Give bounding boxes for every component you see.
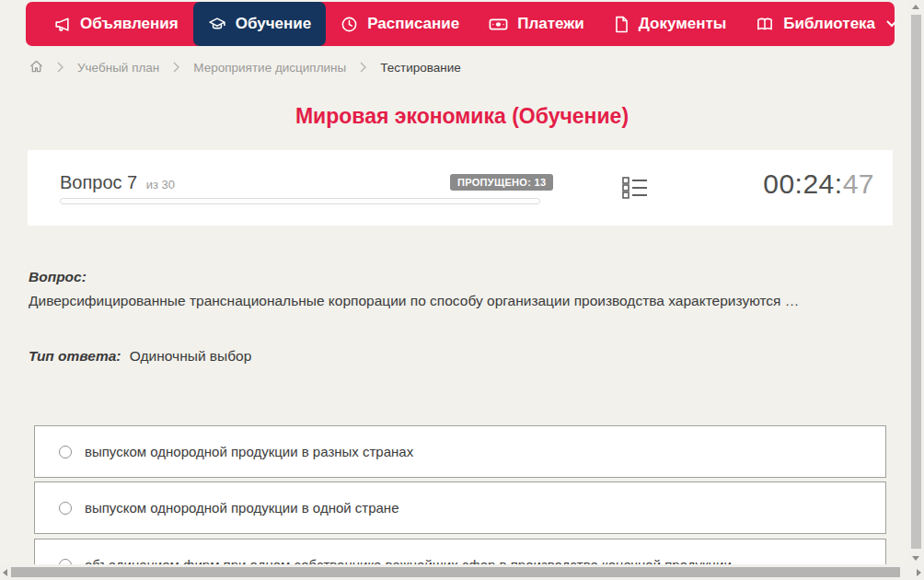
document-icon <box>614 16 629 33</box>
question-number: Вопрос 7 из 30 <box>60 172 175 193</box>
question-number-label: Вопрос 7 <box>60 172 137 192</box>
scroll-down-icon[interactable] <box>912 556 919 561</box>
nav-item-label: Расписание <box>367 15 459 33</box>
countdown-timer: 00:24:47 <box>763 168 874 200</box>
radio-button[interactable] <box>59 502 72 515</box>
breadcrumb-curriculum[interactable]: Учебный план <box>77 61 159 75</box>
scroll-up-icon[interactable] <box>912 5 919 9</box>
nav-item-label: Объявления <box>80 15 179 33</box>
answer-type-label: Тип ответа: <box>29 348 121 364</box>
vertical-scrollbar[interactable] <box>908 0 924 564</box>
chevron-down-icon <box>886 20 897 28</box>
scroll-left-icon[interactable] <box>3 569 7 576</box>
breadcrumb-discipline-event[interactable]: Мероприятие дисциплины <box>193 61 346 75</box>
breadcrumb-separator-icon <box>57 62 64 73</box>
nav-item-label: Обучение <box>236 15 311 33</box>
nav-item-label: Платежи <box>517 15 584 33</box>
answer-option[interactable]: выпуском однородной продукции в одной ст… <box>34 481 886 534</box>
nav-item-announcements[interactable]: Объявления <box>39 2 193 46</box>
page-title: Мировая экономика (Обучение) <box>0 104 924 129</box>
breadcrumb-separator-icon <box>360 62 366 73</box>
answer-type: Тип ответа: Одиночный выбор <box>29 348 251 365</box>
answer-option-label: выпуском однородной продукции в разных с… <box>85 444 413 459</box>
nav-item-label: Документы <box>639 15 727 33</box>
home-icon[interactable] <box>29 60 43 75</box>
horizontal-scrollbar[interactable] <box>0 564 924 580</box>
skipped-badge: ПРОПУЩЕНО: 13 <box>450 174 553 191</box>
nav-item-learning[interactable]: Обучение <box>193 2 326 46</box>
answer-type-value: Одиночный выбор <box>130 348 252 364</box>
megaphone-icon <box>53 16 71 33</box>
scroll-right-icon[interactable] <box>917 569 921 576</box>
radio-button[interactable] <box>59 446 72 458</box>
timer-seconds: 47 <box>843 168 874 199</box>
question-list-icon <box>622 190 648 203</box>
book-icon <box>756 16 774 33</box>
answer-option-label: выпуском однородной продукции в одной ст… <box>85 500 399 516</box>
quiz-header-card: Вопрос 7 из 30 ПРОПУЩЕНО: 13 00:24:47 <box>28 150 893 226</box>
banknote-icon <box>489 16 508 33</box>
question-list-button[interactable] <box>622 175 648 203</box>
question-progress-bar <box>60 198 540 204</box>
breadcrumb-testing: Тестирование <box>380 61 461 75</box>
nav-item-schedule[interactable]: Расписание <box>326 2 474 46</box>
nav-item-label: Библиотека <box>783 15 875 33</box>
answer-option[interactable]: выпуском однородной продукции в разных с… <box>34 425 886 478</box>
timer-main: 00:24: <box>763 168 842 199</box>
nav-item-library[interactable]: Библиотека <box>741 2 912 46</box>
nav-item-payments[interactable]: Платежи <box>474 2 599 46</box>
main-navbar: Объявления Обучение Расписание <box>26 2 895 46</box>
question-total: из 30 <box>146 178 175 191</box>
breadcrumb-separator-icon <box>173 62 179 73</box>
horizontal-scrollbar-thumb[interactable] <box>11 567 900 577</box>
clock-icon <box>341 16 358 33</box>
graduation-cap-icon <box>208 16 226 33</box>
question-text: Диверсифицированные транснациональные ко… <box>29 293 889 309</box>
vertical-scrollbar-thumb[interactable] <box>911 15 921 549</box>
question-heading: Вопрос: <box>29 269 87 285</box>
breadcrumb: Учебный план Мероприятие дисциплины Тест… <box>29 57 461 77</box>
nav-item-documents[interactable]: Документы <box>599 2 742 46</box>
